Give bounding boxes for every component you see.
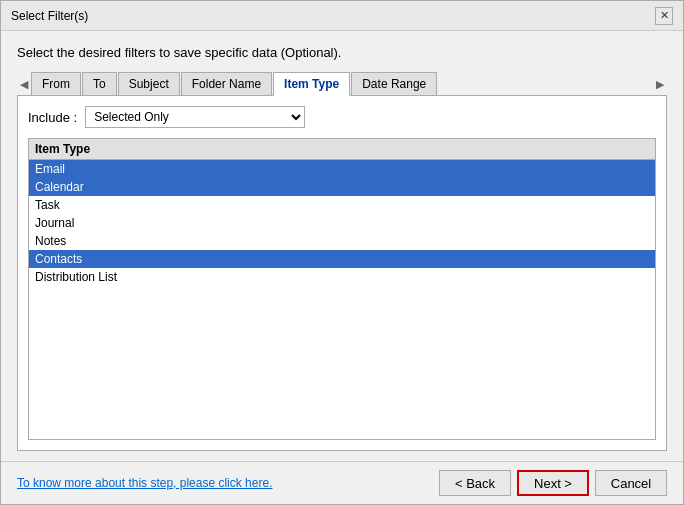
list-item[interactable]: Email bbox=[29, 160, 655, 178]
dialog-body: Select the desired filters to save speci… bbox=[1, 31, 683, 461]
footer-buttons: < Back Next > Cancel bbox=[439, 470, 667, 496]
tab-subject[interactable]: Subject bbox=[118, 72, 180, 96]
instruction-text: Select the desired filters to save speci… bbox=[17, 45, 667, 60]
tab-to[interactable]: To bbox=[82, 72, 117, 96]
list-item[interactable]: Contacts bbox=[29, 250, 655, 268]
list-item[interactable]: Journal bbox=[29, 214, 655, 232]
tab-bar-container: ◀ From To Subject Folder Name Item Type … bbox=[17, 72, 667, 96]
tab-bar: From To Subject Folder Name Item Type Da… bbox=[31, 72, 653, 96]
include-label: Include : bbox=[28, 110, 77, 125]
tab-folder-name[interactable]: Folder Name bbox=[181, 72, 272, 96]
select-filters-dialog: Select Filter(s) ✕ Select the desired fi… bbox=[0, 0, 684, 505]
next-button[interactable]: Next > bbox=[517, 470, 589, 496]
list-item[interactable]: Notes bbox=[29, 232, 655, 250]
tab-content: Include : Selected Only All Items Item T… bbox=[17, 95, 667, 451]
dialog-footer: To know more about this step, please cli… bbox=[1, 461, 683, 504]
help-link[interactable]: To know more about this step, please cli… bbox=[17, 476, 272, 490]
tab-date-range[interactable]: Date Range bbox=[351, 72, 437, 96]
tab-item-type[interactable]: Item Type bbox=[273, 72, 350, 96]
back-button[interactable]: < Back bbox=[439, 470, 511, 496]
list-item[interactable]: Calendar bbox=[29, 178, 655, 196]
list-item[interactable]: Task bbox=[29, 196, 655, 214]
title-bar: Select Filter(s) ✕ bbox=[1, 1, 683, 31]
list-item[interactable]: Distribution List bbox=[29, 268, 655, 286]
tab-scroll-left-icon[interactable]: ◀ bbox=[17, 78, 31, 91]
close-button[interactable]: ✕ bbox=[655, 7, 673, 25]
item-type-list: Item Type Email Calendar Task Journal No… bbox=[28, 138, 656, 440]
include-row: Include : Selected Only All Items bbox=[28, 106, 656, 128]
dialog-title: Select Filter(s) bbox=[11, 9, 88, 23]
list-header: Item Type bbox=[29, 139, 655, 160]
cancel-button[interactable]: Cancel bbox=[595, 470, 667, 496]
include-select[interactable]: Selected Only All Items bbox=[85, 106, 305, 128]
tab-from[interactable]: From bbox=[31, 72, 81, 96]
tab-scroll-right-icon[interactable]: ▶ bbox=[653, 78, 667, 91]
